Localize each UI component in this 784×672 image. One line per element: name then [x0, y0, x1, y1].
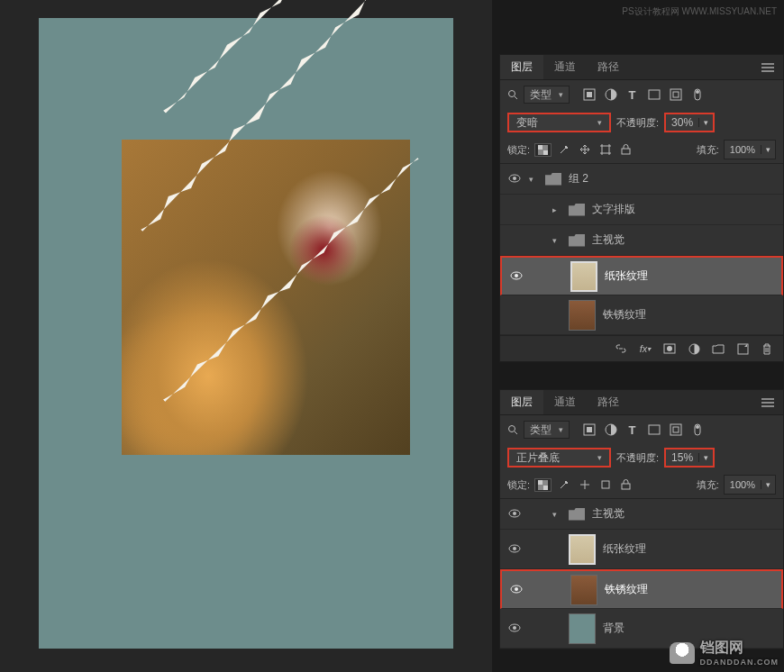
watermark-url: DDANDDAN.COM [700, 658, 779, 667]
watermark-bottom: 铛图网 DDANDDAN.COM [670, 639, 779, 667]
lock-artboard-icon[interactable] [597, 143, 614, 156]
filter-toggle-icon[interactable] [690, 88, 704, 102]
chevron-down-icon: ▾ [559, 425, 563, 434]
lock-artboard-icon[interactable] [597, 478, 614, 491]
panel-menu-icon[interactable] [752, 398, 783, 407]
layer-name: 背景 [603, 621, 776, 636]
layer-row-group[interactable]: ▾ 组 2 [500, 164, 783, 195]
link-layers-icon[interactable] [614, 341, 628, 356]
tab-channels[interactable]: 通道 [543, 390, 587, 414]
blend-opacity-row: 变暗 ▾ 不透明度: 30% ▾ [500, 109, 783, 136]
filter-type-icon[interactable]: T [625, 88, 639, 102]
layers-list: ▾ 主视觉 纸张纹理 铁锈纹理 背景 [500, 499, 783, 649]
panel-tabs: 图层 通道 路径 [500, 55, 783, 80]
blend-mode-value: 正片叠底 [516, 450, 560, 466]
new-group-icon[interactable] [711, 341, 725, 356]
layer-mask-icon[interactable] [662, 341, 677, 356]
lock-transparency-icon[interactable] [534, 143, 552, 157]
blend-mode-dropdown[interactable]: 正片叠底 ▾ [507, 448, 611, 468]
layers-list: ▾ 组 2 ▸ 文字排版 ▾ 主视觉 纸 [500, 164, 783, 335]
document-canvas[interactable] [39, 18, 453, 649]
layer-row-group[interactable]: ▾ 主视觉 [500, 499, 783, 530]
layer-row-group[interactable]: ▸ 文字排版 [500, 195, 783, 225]
filter-type-icon[interactable]: T [625, 423, 639, 437]
lock-pixels-icon[interactable] [556, 478, 572, 491]
layer-row-group[interactable]: ▾ 主视觉 [500, 225, 783, 256]
svg-rect-5 [670, 89, 681, 100]
chevron-down-icon: ▾ [559, 90, 563, 99]
filter-pixel-icon[interactable] [582, 88, 596, 102]
lock-position-icon[interactable] [577, 478, 593, 491]
folder-icon [569, 508, 585, 521]
layer-thumbnail[interactable] [569, 613, 596, 644]
watermark-top: PS设计教程网 WWW.MISSYUAN.NET [622, 5, 777, 18]
layer-thumbnail[interactable] [569, 534, 596, 565]
filter-type-dropdown[interactable]: 类型 ▾ [524, 421, 570, 439]
layer-row-paper-texture[interactable]: 纸张纹理 [500, 530, 783, 569]
new-layer-icon[interactable] [735, 341, 750, 356]
lock-transparency-icon[interactable] [534, 478, 552, 492]
opacity-field[interactable]: 15% ▾ [664, 448, 715, 468]
tab-paths[interactable]: 路径 [587, 55, 630, 79]
chevron-down-icon: ▾ [761, 480, 775, 489]
lock-pixels-icon[interactable] [556, 143, 572, 156]
search-icon [507, 89, 518, 100]
layer-fx-icon[interactable]: fx▾ [638, 341, 652, 356]
tab-paths[interactable]: 路径 [587, 390, 630, 414]
svg-rect-10 [538, 145, 542, 150]
tab-channels[interactable]: 通道 [543, 55, 587, 79]
layer-row-rust-texture[interactable]: 铁锈纹理 [500, 569, 783, 609]
filter-smart-icon[interactable] [669, 423, 682, 437]
visibility-toggle[interactable] [507, 622, 522, 635]
opacity-field[interactable]: 30% ▾ [664, 113, 715, 132]
layer-thumbnail[interactable] [570, 575, 597, 605]
layer-row-rust-texture[interactable]: 铁锈纹理 [500, 295, 783, 335]
filter-pixel-icon[interactable] [582, 423, 596, 437]
filter-shape-icon[interactable] [647, 88, 661, 102]
lock-all-icon[interactable] [618, 143, 634, 156]
layer-name: 组 2 [569, 171, 776, 186]
visibility-toggle[interactable] [507, 173, 522, 186]
opacity-value: 30% [666, 116, 698, 129]
folder-icon [545, 173, 561, 186]
fill-field[interactable]: 100% ▾ [724, 140, 776, 159]
svg-rect-24 [587, 427, 592, 432]
filter-type-dropdown[interactable]: 类型 ▾ [524, 86, 570, 104]
delete-layer-icon[interactable] [760, 341, 774, 356]
tab-layers[interactable]: 图层 [500, 55, 543, 79]
twirl-right-icon[interactable]: ▸ [552, 205, 561, 214]
twirl-down-icon[interactable]: ▾ [552, 236, 561, 245]
tab-layers[interactable]: 图层 [500, 390, 543, 414]
layer-thumbnail[interactable] [569, 300, 596, 331]
svg-point-8 [696, 90, 699, 94]
adjustment-layer-icon[interactable] [687, 341, 701, 356]
twirl-down-icon[interactable]: ▾ [552, 510, 561, 519]
layer-thumbnail[interactable] [570, 261, 597, 292]
lock-fill-row: 锁定: 填充: 100% ▾ [500, 136, 783, 164]
fill-field[interactable]: 100% ▾ [724, 475, 776, 495]
filter-toggle-icon[interactable] [690, 423, 704, 437]
filter-smart-icon[interactable] [669, 88, 682, 102]
filter-adjust-icon[interactable] [604, 423, 617, 437]
svg-rect-35 [622, 484, 630, 489]
filter-shape-icon[interactable] [647, 423, 661, 437]
fill-label: 填充: [697, 143, 719, 157]
filter-type-label: 类型 [530, 422, 552, 438]
opacity-label: 不透明度: [616, 451, 659, 465]
visibility-toggle[interactable] [507, 508, 522, 521]
lock-position-icon[interactable] [577, 143, 593, 156]
layer-name: 文字排版 [592, 202, 776, 217]
twirl-down-icon[interactable]: ▾ [529, 175, 538, 184]
svg-point-17 [515, 274, 518, 277]
folder-icon [569, 204, 585, 216]
blend-mode-dropdown[interactable]: 变暗 ▾ [507, 113, 611, 132]
visibility-toggle[interactable] [509, 270, 524, 283]
visibility-toggle[interactable] [509, 584, 524, 596]
layer-row-paper-texture[interactable]: 纸张纹理 [500, 256, 783, 295]
panel-menu-icon[interactable] [752, 63, 783, 72]
watermark-logo-icon [670, 642, 695, 664]
watermark-text: 铛图网 [700, 640, 743, 655]
lock-all-icon[interactable] [618, 478, 634, 491]
visibility-toggle[interactable] [507, 543, 522, 556]
filter-adjust-icon[interactable] [604, 88, 617, 102]
